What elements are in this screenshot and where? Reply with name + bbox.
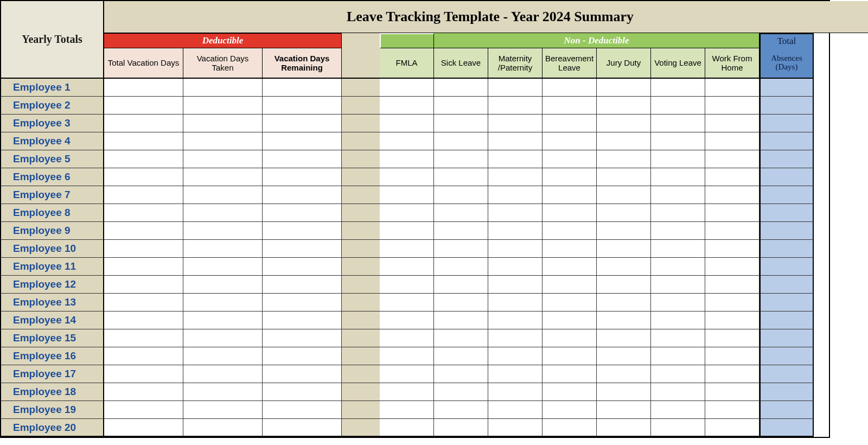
nondeductible-cell[interactable] [434,97,488,115]
deductible-cell[interactable] [263,312,342,329]
nondeductible-cell[interactable] [651,97,705,115]
nondeductible-cell[interactable] [651,347,705,365]
nondeductible-cell[interactable] [488,276,542,294]
nondeductible-cell[interactable] [651,115,705,132]
deductible-cell[interactable] [263,168,342,186]
nondeductible-cell[interactable] [705,168,760,186]
nondeductible-cell[interactable] [651,150,705,168]
deductible-cell[interactable] [104,186,183,204]
deductible-cell[interactable] [104,276,183,294]
employee-name-cell[interactable]: Employee 7 [1,186,104,204]
deductible-cell[interactable] [104,222,183,240]
nondeductible-cell[interactable] [542,115,597,132]
deductible-cell[interactable] [263,222,342,240]
nondeductible-cell[interactable] [542,329,597,347]
nondeductible-cell[interactable] [488,365,542,383]
nondeductible-cell[interactable] [380,312,434,329]
nondeductible-cell[interactable] [380,150,434,168]
deductible-cell[interactable] [263,401,342,419]
nondeductible-cell[interactable] [380,365,434,383]
nondeductible-cell[interactable] [488,329,542,347]
nondeductible-cell[interactable] [380,222,434,240]
nondeductible-cell[interactable] [542,186,597,204]
nondeductible-cell[interactable] [380,294,434,312]
deductible-cell[interactable] [183,258,263,276]
employee-name-cell[interactable]: Employee 11 [1,258,104,276]
nondeductible-cell[interactable] [651,419,705,437]
deductible-cell[interactable] [183,240,263,258]
nondeductible-cell[interactable] [705,312,760,329]
employee-name-cell[interactable]: Employee 1 [1,79,104,97]
nondeductible-cell[interactable] [705,383,760,401]
employee-name-cell[interactable]: Employee 8 [1,204,104,222]
nondeductible-cell[interactable] [597,168,651,186]
nondeductible-cell[interactable] [705,222,760,240]
deductible-cell[interactable] [104,168,183,186]
nondeductible-cell[interactable] [542,312,597,329]
total-absences-cell[interactable] [760,79,814,97]
employee-name-cell[interactable]: Employee 2 [1,97,104,115]
deductible-cell[interactable] [104,383,183,401]
nondeductible-cell[interactable] [488,168,542,186]
employee-name-cell[interactable]: Employee 15 [1,329,104,347]
deductible-cell[interactable] [183,419,263,437]
deductible-cell[interactable] [183,132,263,150]
nondeductible-cell[interactable] [380,204,434,222]
nondeductible-cell[interactable] [542,383,597,401]
nondeductible-cell[interactable] [705,97,760,115]
total-absences-cell[interactable] [760,204,814,222]
nondeductible-cell[interactable] [380,79,434,97]
nondeductible-cell[interactable] [380,240,434,258]
employee-name-cell[interactable]: Employee 18 [1,383,104,401]
employee-name-cell[interactable]: Employee 16 [1,347,104,365]
deductible-cell[interactable] [104,97,183,115]
deductible-cell[interactable] [183,294,263,312]
deductible-cell[interactable] [104,401,183,419]
deductible-cell[interactable] [183,204,263,222]
deductible-cell[interactable] [183,383,263,401]
nondeductible-cell[interactable] [434,329,488,347]
total-absences-cell[interactable] [760,329,814,347]
deductible-cell[interactable] [263,294,342,312]
deductible-cell[interactable] [104,79,183,97]
total-absences-cell[interactable] [760,383,814,401]
nondeductible-cell[interactable] [434,240,488,258]
nondeductible-cell[interactable] [705,258,760,276]
nondeductible-cell[interactable] [488,401,542,419]
nondeductible-cell[interactable] [705,347,760,365]
nondeductible-cell[interactable] [651,365,705,383]
nondeductible-cell[interactable] [434,383,488,401]
employee-name-cell[interactable]: Employee 10 [1,240,104,258]
nondeductible-cell[interactable] [380,276,434,294]
nondeductible-cell[interactable] [651,79,705,97]
total-absences-cell[interactable] [760,401,814,419]
nondeductible-cell[interactable] [380,132,434,150]
deductible-cell[interactable] [183,79,263,97]
deductible-cell[interactable] [263,329,342,347]
deductible-cell[interactable] [104,132,183,150]
nondeductible-cell[interactable] [434,312,488,329]
nondeductible-cell[interactable] [488,419,542,437]
nondeductible-cell[interactable] [597,419,651,437]
deductible-cell[interactable] [104,115,183,132]
nondeductible-cell[interactable] [488,294,542,312]
nondeductible-cell[interactable] [651,186,705,204]
total-absences-cell[interactable] [760,258,814,276]
nondeductible-cell[interactable] [380,115,434,132]
nondeductible-cell[interactable] [434,186,488,204]
nondeductible-cell[interactable] [705,115,760,132]
employee-name-cell[interactable]: Employee 9 [1,222,104,240]
deductible-cell[interactable] [183,329,263,347]
nondeductible-cell[interactable] [597,115,651,132]
total-absences-cell[interactable] [760,294,814,312]
nondeductible-cell[interactable] [380,258,434,276]
nondeductible-cell[interactable] [542,401,597,419]
nondeductible-cell[interactable] [434,222,488,240]
deductible-cell[interactable] [104,258,183,276]
nondeductible-cell[interactable] [597,347,651,365]
nondeductible-cell[interactable] [651,401,705,419]
total-absences-cell[interactable] [760,347,814,365]
nondeductible-cell[interactable] [705,276,760,294]
nondeductible-cell[interactable] [542,150,597,168]
nondeductible-cell[interactable] [542,258,597,276]
